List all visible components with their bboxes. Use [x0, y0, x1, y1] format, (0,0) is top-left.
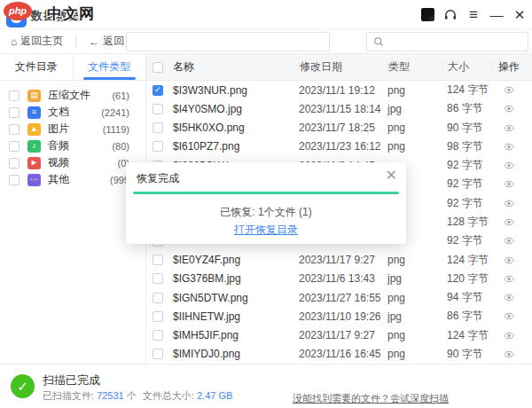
file-name: $IMIYDJ0.png — [169, 345, 299, 364]
file-date: 2023/11/23 16:12 — [299, 137, 387, 156]
table-row[interactable]: $I4Y0SMO.jpg 2023/11/15 18:14 jpg 86 字节 — [146, 99, 532, 118]
sidebar-tab[interactable]: 文件类型 — [73, 54, 146, 80]
preview-eye-icon[interactable] — [504, 218, 514, 226]
row-checkbox[interactable] — [153, 330, 163, 341]
user-avatar[interactable] — [421, 8, 434, 21]
file-name: $I3W3NUR.png — [169, 81, 299, 99]
preview-eye-icon[interactable] — [504, 161, 514, 169]
table-row[interactable]: $IG376BM.jpg 2023/11/6 13:43 jpg 120 字节 — [146, 270, 532, 288]
table-row[interactable]: $IIHNETW.jpg 2023/11/10 19:26 jpg 86 字节 — [146, 307, 532, 326]
file-date: 2023/11/7 18:25 — [299, 119, 387, 137]
file-name: $IGN5DTW.png — [169, 288, 299, 307]
row-checkbox[interactable] — [153, 311, 163, 322]
file-size: 124 字节 — [442, 326, 492, 344]
table-row[interactable]: $IMIYDJ0.png 2023/11/16 16:45 png 90 字节 — [146, 345, 532, 364]
minimize-icon[interactable]: — — [489, 8, 504, 22]
item-checkbox[interactable] — [9, 141, 20, 152]
preview-eye-icon[interactable] — [504, 200, 514, 208]
titlebar: php 数据救星 中文网 ≡ — ✕ — [0, 0, 532, 29]
item-label: 音频 — [48, 138, 112, 153]
file-type-item[interactable]: ▲ 图片 (1119) — [0, 121, 145, 137]
item-label: 压缩文件 — [48, 88, 112, 103]
file-date: 2023/11/17 9:27 — [299, 326, 387, 344]
header-name[interactable]: 名称 — [169, 54, 299, 80]
file-type-item[interactable]: ▤ 压缩文件 (61) — [0, 87, 145, 104]
file-type: jpg — [387, 307, 442, 326]
file-name: $IE0YZ4F.png — [169, 250, 299, 269]
table-row[interactable]: $I3W3NUR.png 2023/11/1 19:12 png 124 字节 — [146, 81, 532, 99]
row-checkbox[interactable] — [153, 349, 163, 359]
tab-label: 文件类型 — [88, 59, 130, 75]
row-checkbox[interactable] — [153, 104, 163, 114]
file-type-item[interactable]: ≡ 文档 (2241) — [0, 104, 145, 121]
preview-eye-icon[interactable] — [504, 124, 514, 132]
sidebar-tabs: 文件目录 文件类型 — [0, 54, 145, 81]
file-name: $I5HK0XO.png — [169, 119, 299, 137]
file-type: png — [387, 250, 442, 269]
file-type: png — [387, 119, 442, 137]
header-date[interactable]: 修改日期 — [299, 61, 387, 74]
preview-eye-icon[interactable] — [504, 275, 514, 283]
preview-eye-icon[interactable] — [504, 256, 514, 264]
total-size-value: 2.47 GB — [197, 390, 232, 401]
dialog-close-icon[interactable]: ✕ — [386, 167, 397, 184]
home-button[interactable]: ⌂ 返回主页 — [11, 34, 63, 49]
row-checkbox[interactable] — [153, 85, 163, 96]
row-checkbox[interactable] — [153, 255, 163, 265]
table-row[interactable]: $I5HK0XO.png 2023/11/7 18:25 png 90 字节 — [146, 119, 532, 137]
path-input[interactable] — [126, 32, 330, 51]
table-row[interactable]: $IMH5JIF.png 2023/11/17 9:27 png 124 字节 — [146, 326, 532, 344]
preview-eye-icon[interactable] — [504, 143, 514, 151]
file-type: jpg — [387, 270, 442, 288]
open-recovery-folder-link[interactable]: 打开恢复目录 — [126, 223, 406, 238]
sidebar-tab[interactable]: 文件目录 — [0, 54, 73, 80]
file-size: 98 字节 — [442, 137, 492, 156]
item-checkbox[interactable] — [9, 124, 20, 135]
toolbar-divider — [75, 36, 76, 47]
table-row[interactable]: $IE0YZ4F.png 2023/11/17 9:27 png 124 字节 — [146, 250, 532, 269]
file-name: $I4Y0SMO.jpg — [169, 99, 299, 118]
table-row[interactable]: $I610PZ7.png 2023/11/23 16:12 png 98 字节 — [146, 137, 532, 156]
item-checkbox[interactable] — [9, 158, 20, 169]
close-icon[interactable]: ✕ — [512, 8, 527, 22]
preview-eye-icon[interactable] — [504, 332, 514, 340]
item-checkbox[interactable] — [9, 90, 20, 101]
preview-eye-icon[interactable] — [504, 180, 514, 188]
search-box[interactable] — [366, 32, 528, 51]
menu-icon[interactable]: ≡ — [466, 8, 481, 22]
item-checkbox[interactable] — [9, 107, 20, 118]
deep-scan-link[interactable]: 没能找到需要的文件？尝试深度扫描 — [293, 392, 449, 405]
headset-support-icon[interactable] — [443, 8, 458, 22]
preview-eye-icon[interactable] — [504, 105, 514, 113]
select-all-checkbox[interactable] — [153, 62, 163, 73]
item-checkbox[interactable] — [9, 175, 20, 185]
row-checkbox[interactable] — [153, 273, 163, 284]
file-size: 90 字节 — [442, 119, 492, 137]
file-type-item[interactable]: ♪ 音频 (80) — [0, 137, 145, 154]
preview-eye-icon[interactable] — [504, 237, 514, 245]
file-type-item[interactable]: ► 视频 (0) — [0, 154, 145, 171]
table-row[interactable]: $IGN5DTW.png 2023/11/27 16:55 png 94 字节 — [146, 288, 532, 307]
file-size: 90 字节 — [442, 345, 492, 364]
header-type[interactable]: 类型 — [387, 61, 442, 74]
item-label: 图片 — [48, 122, 103, 137]
toolbar: ⌂ 返回主页 ← 返回 — [0, 29, 532, 54]
preview-eye-icon[interactable] — [504, 86, 514, 94]
file-size: 92 字节 — [442, 231, 492, 250]
header-size[interactable]: 大小 — [442, 61, 492, 74]
row-checkbox[interactable] — [153, 141, 163, 152]
file-date: 2023/11/27 16:55 — [299, 288, 387, 307]
file-name: $IMH5JIF.png — [169, 326, 299, 344]
back-button[interactable]: ← 返回 — [89, 34, 124, 49]
search-input[interactable] — [388, 35, 521, 48]
preview-eye-icon[interactable] — [504, 350, 514, 358]
file-size: 120 字节 — [442, 270, 492, 288]
row-checkbox[interactable] — [153, 122, 163, 133]
file-type-item[interactable]: ⋯ 其他 (999 — [0, 171, 145, 188]
preview-eye-icon[interactable] — [504, 312, 514, 320]
row-checkbox[interactable] — [153, 293, 163, 303]
watermark-text: 中文网 — [47, 4, 95, 24]
file-type-icon: ♪ — [27, 140, 41, 153]
item-label: 视频 — [48, 155, 118, 170]
preview-eye-icon[interactable] — [504, 294, 514, 302]
